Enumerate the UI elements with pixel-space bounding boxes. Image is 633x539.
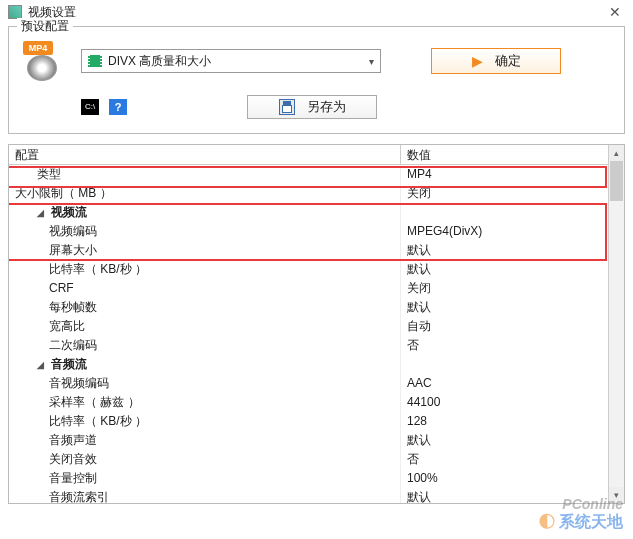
property-value[interactable]: 默认 (401, 488, 608, 503)
property-config-text: 二次编码 (49, 338, 97, 352)
property-config-text: 每秒帧数 (49, 300, 97, 314)
property-config-text: 采样率（ 赫兹 ） (49, 395, 140, 409)
property-value[interactable]: 默认 (401, 298, 608, 317)
property-row[interactable]: 音量控制100% (9, 469, 608, 488)
arrow-right-icon: ▶ (472, 53, 483, 69)
property-row[interactable]: 每秒帧数默认 (9, 298, 608, 317)
property-config-text: 音频流索引 (49, 490, 109, 503)
property-row[interactable]: 宽高比自动 (9, 317, 608, 336)
property-row[interactable]: 比特率（ KB/秒 ）默认 (9, 260, 608, 279)
chevron-down-icon: ▾ (369, 56, 374, 67)
expand-icon[interactable]: ◢ (37, 356, 47, 374)
property-config: 二次编码 (9, 336, 401, 355)
property-value[interactable]: 否 (401, 336, 608, 355)
floppy-icon (279, 99, 295, 115)
property-config: ◢视频流 (9, 203, 401, 222)
header-config[interactable]: 配置 (9, 145, 401, 164)
property-value[interactable] (401, 203, 608, 222)
property-row[interactable]: 采样率（ 赫兹 ）44100 (9, 393, 608, 412)
property-value[interactable]: 44100 (401, 393, 608, 412)
ok-button[interactable]: ▶ 确定 (431, 48, 561, 74)
property-config-text: 屏幕大小 (49, 243, 97, 257)
property-row[interactable]: 比特率（ KB/秒 ）128 (9, 412, 608, 431)
property-config: 大小限制（ MB ） (9, 184, 401, 203)
property-config: 宽高比 (9, 317, 401, 336)
property-value[interactable]: 128 (401, 412, 608, 431)
property-value[interactable]: MP4 (401, 165, 608, 184)
properties-body: 配置 数值 类型MP4大小限制（ MB ）关闭◢视频流视频编码MPEG4(Div… (9, 145, 608, 503)
property-row[interactable]: ◢音频流 (9, 355, 608, 374)
property-value[interactable]: 关闭 (401, 279, 608, 298)
window-title: 视频设置 (28, 4, 605, 21)
disc-icon (27, 55, 57, 81)
property-value[interactable] (401, 355, 608, 374)
property-config-text: 关闭音效 (49, 452, 97, 466)
property-row[interactable]: 视频编码MPEG4(DivX) (9, 222, 608, 241)
property-row[interactable]: 音频流索引默认 (9, 488, 608, 503)
property-config: 视频编码 (9, 222, 401, 241)
header-value[interactable]: 数值 (401, 145, 608, 164)
preset-select[interactable]: DIVX 高质量和大小 ▾ (81, 49, 381, 73)
property-config: 屏幕大小 (9, 241, 401, 260)
scroll-down-icon[interactable]: ▾ (609, 487, 624, 503)
property-row[interactable]: 大小限制（ MB ）关闭 (9, 184, 608, 203)
help-icon[interactable]: ? (109, 99, 127, 115)
app-icon (8, 5, 22, 19)
scrollbar[interactable]: ▴ ▾ (608, 145, 624, 503)
property-config-text: 类型 (37, 167, 61, 181)
mp4-badge: MP4 (23, 41, 53, 55)
property-config: 比特率（ KB/秒 ） (9, 260, 401, 279)
property-value[interactable]: MPEG4(DivX) (401, 222, 608, 241)
close-icon[interactable]: ✕ (605, 4, 625, 20)
property-value[interactable]: AAC (401, 374, 608, 393)
property-row[interactable]: 音视频编码AAC (9, 374, 608, 393)
property-row[interactable]: 音频声道默认 (9, 431, 608, 450)
property-row[interactable]: 屏幕大小默认 (9, 241, 608, 260)
save-as-button[interactable]: 另存为 (247, 95, 377, 119)
preset-legend: 预设配置 (17, 18, 73, 35)
property-config-text: 比特率（ KB/秒 ） (49, 262, 147, 276)
expand-icon[interactable]: ◢ (37, 204, 47, 222)
property-value[interactable]: 默认 (401, 431, 608, 450)
property-config: 音量控制 (9, 469, 401, 488)
property-config-text: 音视频编码 (49, 376, 109, 390)
property-value[interactable]: 自动 (401, 317, 608, 336)
property-config: 比特率（ KB/秒 ） (9, 412, 401, 431)
property-config: 关闭音效 (9, 450, 401, 469)
property-config-text: 视频编码 (49, 224, 97, 238)
property-value[interactable]: 默认 (401, 260, 608, 279)
property-config: 音频声道 (9, 431, 401, 450)
property-row[interactable]: 关闭音效否 (9, 450, 608, 469)
property-value[interactable]: 默认 (401, 241, 608, 260)
titlebar: 视频设置 ✕ (0, 0, 633, 24)
property-value[interactable]: 否 (401, 450, 608, 469)
properties-panel: 配置 数值 类型MP4大小限制（ MB ）关闭◢视频流视频编码MPEG4(Div… (8, 144, 625, 504)
property-config: 采样率（ 赫兹 ） (9, 393, 401, 412)
property-row[interactable]: 二次编码否 (9, 336, 608, 355)
property-row[interactable]: CRF关闭 (9, 279, 608, 298)
property-config: 音频流索引 (9, 488, 401, 503)
property-config: 每秒帧数 (9, 298, 401, 317)
console-icon[interactable]: C:\ (81, 99, 99, 115)
property-row[interactable]: ◢视频流 (9, 203, 608, 222)
preset-row-main: MP4 DIVX 高质量和大小 ▾ ▶ 确定 (17, 41, 616, 81)
properties-rows: 类型MP4大小限制（ MB ）关闭◢视频流视频编码MPEG4(DivX)屏幕大小… (9, 165, 608, 503)
property-value[interactable]: 关闭 (401, 184, 608, 203)
scroll-thumb[interactable] (610, 161, 623, 201)
film-icon (88, 55, 102, 67)
watermark-line2: ◐ 系统天地 (539, 512, 623, 533)
save-as-label: 另存为 (307, 98, 346, 116)
preset-select-text: DIVX 高质量和大小 (108, 53, 369, 70)
property-config-text: 音频声道 (49, 433, 97, 447)
property-config-text: 比特率（ KB/秒 ） (49, 414, 147, 428)
property-config-text: 音频流 (51, 357, 87, 371)
ok-button-label: 确定 (495, 52, 521, 70)
property-config: 音视频编码 (9, 374, 401, 393)
mp4-icon: MP4 (23, 41, 63, 81)
property-row[interactable]: 类型MP4 (9, 165, 608, 184)
property-config-text: CRF (49, 281, 74, 295)
scroll-up-icon[interactable]: ▴ (609, 145, 624, 161)
property-value[interactable]: 100% (401, 469, 608, 488)
property-config-text: 视频流 (51, 205, 87, 219)
preset-group: 预设配置 MP4 DIVX 高质量和大小 ▾ ▶ 确定 C:\ ? 另存为 (8, 26, 625, 134)
